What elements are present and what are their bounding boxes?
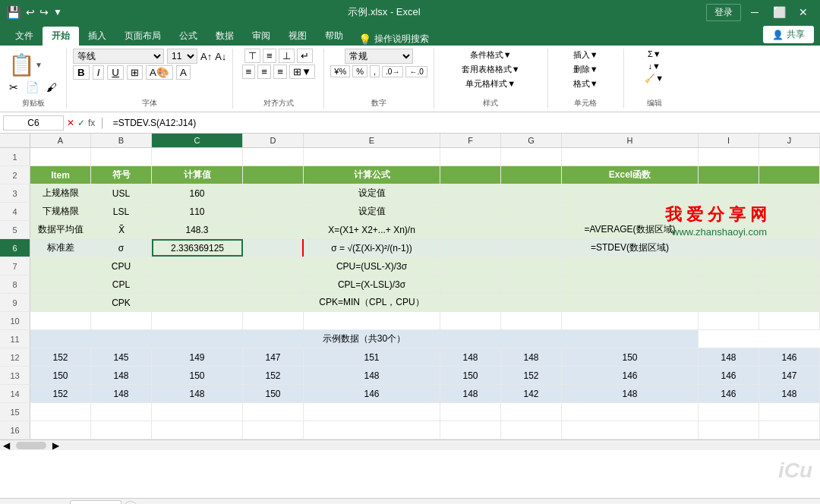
cell-d7[interactable] (243, 257, 304, 275)
cell-b12[interactable]: 145 (91, 348, 152, 366)
cell-j12[interactable]: 146 (759, 348, 820, 366)
cell-reference-box[interactable] (3, 115, 64, 131)
cell-g15[interactable] (501, 403, 562, 421)
cell-a1[interactable] (30, 148, 91, 165)
cell-e2[interactable]: 计算公式 (304, 166, 440, 184)
tab-help[interactable]: 帮助 (316, 27, 352, 46)
cell-i7[interactable] (699, 257, 759, 275)
cell-h3[interactable] (562, 184, 699, 202)
cell-i14[interactable]: 146 (699, 385, 759, 402)
italic-button[interactable]: I (93, 65, 105, 80)
cell-g13[interactable]: 152 (501, 367, 562, 384)
cell-a15[interactable] (30, 403, 91, 421)
cell-b6[interactable]: σ (91, 239, 152, 257)
align-right-button[interactable]: ≡ (273, 65, 287, 79)
underline-button[interactable]: U (107, 65, 124, 80)
number-format-select[interactable]: 常规 (345, 49, 413, 64)
cell-f13[interactable]: 150 (440, 367, 501, 384)
cell-f14[interactable]: 148 (440, 385, 501, 402)
tab-data[interactable]: 数据 (207, 27, 243, 46)
cell-c10[interactable] (152, 312, 243, 329)
cell-h5[interactable]: =AVERAGE(数据区域) (562, 221, 699, 238)
decrease-font-btn[interactable]: A↓ (215, 51, 226, 62)
cell-i13[interactable]: 146 (699, 367, 759, 384)
more-icon[interactable]: ▼ (53, 7, 62, 17)
align-top-button[interactable]: ⊤ (244, 49, 260, 63)
cell-a5[interactable]: 数据平均值 (30, 221, 91, 238)
cell-i15[interactable] (699, 403, 759, 421)
fill-color-button[interactable]: A🎨 (146, 65, 173, 80)
cell-j16[interactable] (759, 421, 820, 439)
cell-c3[interactable]: 160 (152, 184, 243, 202)
cell-d3[interactable] (243, 184, 304, 202)
cell-c15[interactable] (152, 403, 243, 421)
tab-page-layout[interactable]: 页面布局 (115, 27, 170, 46)
cell-a3[interactable]: 上规格限 (30, 184, 91, 202)
merge-cells-button[interactable]: ⊞▼ (289, 65, 315, 79)
cell-g16[interactable] (501, 421, 562, 439)
cell-g5[interactable] (501, 221, 562, 238)
cell-b2[interactable]: 符号 (91, 166, 152, 184)
cell-e1[interactable] (304, 148, 440, 165)
percent-button[interactable]: % (352, 65, 367, 77)
cell-b14[interactable]: 148 (91, 385, 152, 402)
cell-e14[interactable]: 146 (304, 385, 440, 402)
cell-i5[interactable] (699, 221, 759, 238)
cell-j13[interactable]: 147 (759, 367, 820, 384)
cell-c8[interactable] (152, 276, 243, 293)
cell-j6[interactable] (759, 239, 820, 257)
cell-d14[interactable]: 150 (243, 385, 304, 402)
cell-d6[interactable] (243, 239, 304, 257)
cell-j14[interactable]: 148 (759, 385, 820, 402)
cell-h16[interactable] (562, 421, 699, 439)
close-button[interactable]: ✕ (793, 4, 814, 20)
cut-button[interactable]: ✂ (6, 80, 21, 94)
cell-d9[interactable] (243, 294, 304, 311)
cell-d5[interactable] (243, 221, 304, 238)
cell-c1[interactable] (152, 148, 243, 165)
login-button[interactable]: 登录 (706, 4, 741, 21)
cell-f15[interactable] (440, 403, 501, 421)
cell-j8[interactable] (759, 276, 820, 293)
cell-b16[interactable] (91, 421, 152, 439)
cell-b8[interactable]: CPL (91, 276, 152, 293)
cell-g9[interactable] (501, 294, 562, 311)
col-header-c[interactable]: C (152, 134, 243, 147)
cell-e15[interactable] (304, 403, 440, 421)
cell-a12[interactable]: 152 (30, 348, 91, 366)
add-sheet-button[interactable]: + (123, 501, 138, 505)
cell-a14[interactable]: 152 (30, 385, 91, 402)
col-header-g[interactable]: G (501, 134, 562, 147)
cell-b15[interactable] (91, 403, 152, 421)
cell-f4[interactable] (440, 203, 501, 220)
cell-j2[interactable] (759, 166, 820, 184)
cell-e11-merged[interactable]: 示例数据（共30个） (30, 330, 699, 348)
currency-button[interactable]: ¥% (330, 65, 350, 77)
col-header-i[interactable]: I (699, 134, 759, 147)
cell-e9[interactable]: CPK=MIN（CPL，CPU） (304, 294, 440, 311)
cell-h12[interactable]: 150 (562, 348, 699, 366)
col-header-j[interactable]: J (759, 134, 820, 147)
cell-h7[interactable] (562, 257, 699, 275)
cell-j3[interactable] (759, 184, 820, 202)
save-icon[interactable]: 💾 (6, 5, 21, 20)
sheet-nav-last[interactable]: ▶| (53, 501, 68, 505)
copy-button[interactable]: 📄 (23, 80, 42, 94)
tab-view[interactable]: 视图 (279, 27, 316, 46)
col-header-b[interactable]: B (91, 134, 152, 147)
cell-d10[interactable] (243, 312, 304, 329)
redo-icon[interactable]: ↪ (39, 6, 49, 18)
sum-button[interactable]: Σ▼ (645, 49, 664, 59)
cell-d16[interactable] (243, 421, 304, 439)
cell-i6[interactable] (699, 239, 759, 257)
paste-dropdown[interactable]: ▼ (35, 61, 43, 69)
font-size-select[interactable]: 11 (167, 49, 197, 64)
cell-c5[interactable]: 148.3 (152, 221, 243, 238)
cell-i3[interactable] (699, 184, 759, 202)
scroll-right-btn[interactable]: ▶ (49, 440, 62, 451)
cell-e8[interactable]: CPL=(X-LSL)/3σ (304, 276, 440, 293)
col-header-a[interactable]: A (30, 134, 91, 147)
cell-a9[interactable] (30, 294, 91, 311)
cell-e13[interactable]: 148 (304, 367, 440, 384)
align-center-button[interactable]: ≡ (257, 65, 271, 79)
